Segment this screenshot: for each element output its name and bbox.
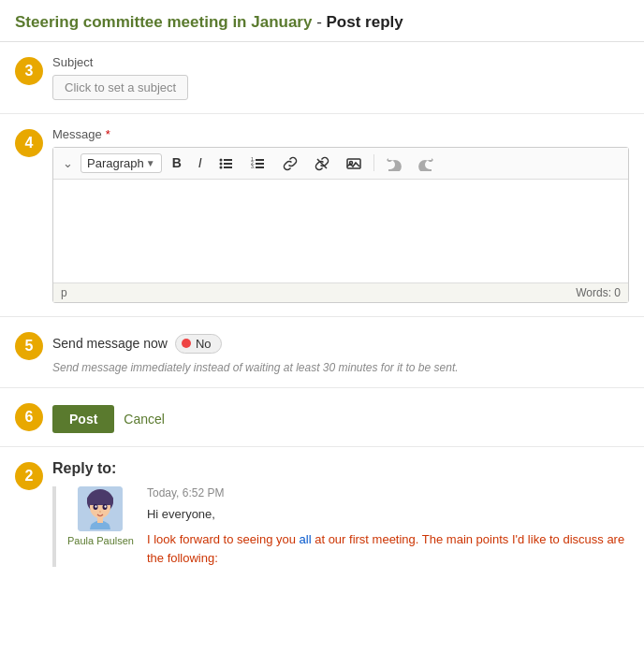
- reply-body: Today, 6:52 PM Hi everyone, I look forwa…: [147, 486, 629, 568]
- send-now-label: Send message now: [52, 336, 168, 351]
- message-content: Message * ⌄ Paragraph ▼ B I 1.2.3.: [52, 127, 629, 303]
- step-6-badge: 6: [15, 403, 43, 431]
- page-title: Steering committee meeting in January - …: [0, 0, 644, 42]
- paragraph-arrow-icon: ▼: [146, 158, 155, 168]
- toolbar-separator: [373, 154, 374, 171]
- reply-avatar: [78, 486, 123, 531]
- toolbar-bold-button[interactable]: B: [166, 152, 188, 174]
- reply-author-name: Paula Paulsen: [67, 535, 134, 546]
- subject-label: Subject: [52, 55, 629, 69]
- send-now-toggle[interactable]: No: [175, 334, 222, 354]
- reply-text-red-start: I look forward to seeing you: [147, 532, 300, 546]
- svg-rect-0: [224, 159, 232, 161]
- paragraph-select[interactable]: Paragraph ▼: [80, 153, 162, 173]
- svg-line-12: [317, 159, 327, 168]
- cancel-link[interactable]: Cancel: [124, 412, 165, 427]
- toolbar-italic-button[interactable]: I: [192, 152, 209, 174]
- svg-point-5: [219, 166, 222, 168]
- title-green-text: Steering committee meeting in January: [15, 13, 312, 31]
- svg-point-3: [219, 158, 222, 161]
- subject-section: 3 Subject Click to set a subject: [0, 42, 644, 114]
- svg-point-23: [99, 511, 101, 512]
- send-hint-text: Send message immediately instead of wait…: [52, 361, 629, 374]
- svg-point-22: [105, 505, 107, 507]
- step-4-badge: 4: [15, 129, 43, 157]
- post-section: 6 Post Cancel: [0, 388, 644, 447]
- svg-text:3.: 3.: [251, 164, 255, 169]
- subject-content: Subject Click to set a subject: [52, 55, 629, 100]
- title-black-text: Post reply: [327, 13, 403, 31]
- reply-to-label: Reply to:: [52, 460, 629, 477]
- editor-statusbar: p Words: 0: [53, 282, 628, 302]
- toolbar-undo-button[interactable]: [380, 152, 408, 175]
- send-now-section: 5 Send message now No Send message immed…: [0, 317, 644, 388]
- toggle-dot-icon: [182, 339, 191, 348]
- post-button[interactable]: Post: [52, 405, 114, 433]
- message-section: 4 Message * ⌄ Paragraph ▼ B I 1.2.3.: [0, 114, 644, 317]
- svg-rect-8: [256, 166, 264, 168]
- editor-wrapper: ⌄ Paragraph ▼ B I 1.2.3.: [52, 147, 629, 303]
- reply-timestamp: Today, 6:52 PM: [147, 486, 629, 500]
- step-3-badge: 3: [15, 57, 43, 85]
- step-2-badge: 2: [15, 462, 43, 490]
- reply-to-content: Reply to:: [52, 460, 629, 568]
- toolbar-ordered-list-button[interactable]: 1.2.3.: [244, 152, 272, 175]
- toggle-no-label: No: [196, 337, 212, 351]
- editor-element-indicator: p: [61, 286, 67, 299]
- reply-text: Hi everyone, I look forward to seeing yo…: [147, 505, 629, 568]
- toolbar-unordered-list-button[interactable]: [212, 152, 241, 175]
- send-toggle-row: Send message now No: [52, 334, 629, 354]
- toolbar-collapse-button[interactable]: ⌄: [59, 153, 77, 173]
- reply-text-line2: I look forward to seeing you all at our …: [147, 530, 629, 567]
- message-label: Message *: [52, 127, 629, 141]
- svg-point-4: [219, 162, 222, 165]
- toolbar-unlink-button[interactable]: [308, 152, 336, 175]
- message-editor[interactable]: [53, 180, 628, 282]
- word-count: Words: 0: [576, 286, 621, 299]
- svg-rect-7: [256, 163, 264, 165]
- reply-card: Paula Paulsen Today, 6:52 PM Hi everyone…: [52, 486, 629, 568]
- svg-rect-2: [224, 166, 232, 168]
- reply-author-info: Paula Paulsen: [67, 486, 134, 546]
- reply-to-section: 2 Reply to:: [0, 447, 644, 586]
- svg-rect-18: [87, 496, 113, 505]
- subject-button[interactable]: Click to set a subject: [52, 75, 188, 100]
- reply-text-line1: Hi everyone,: [147, 505, 629, 524]
- required-star: *: [106, 127, 110, 141]
- svg-rect-1: [224, 163, 232, 165]
- toolbar-image-button[interactable]: [340, 152, 368, 175]
- post-content: Post Cancel: [52, 401, 629, 433]
- editor-toolbar: ⌄ Paragraph ▼ B I 1.2.3.: [53, 148, 628, 180]
- toolbar-redo-button[interactable]: [412, 152, 440, 175]
- title-separator: -: [312, 13, 326, 31]
- step-5-badge: 5: [15, 332, 43, 360]
- svg-rect-6: [256, 159, 264, 161]
- svg-rect-24: [97, 517, 103, 523]
- reply-text-all: all: [300, 532, 312, 546]
- paragraph-label: Paragraph: [87, 156, 144, 170]
- svg-point-21: [95, 505, 97, 507]
- send-now-content: Send message now No Send message immedia…: [52, 330, 629, 374]
- toolbar-link-button[interactable]: [276, 152, 304, 175]
